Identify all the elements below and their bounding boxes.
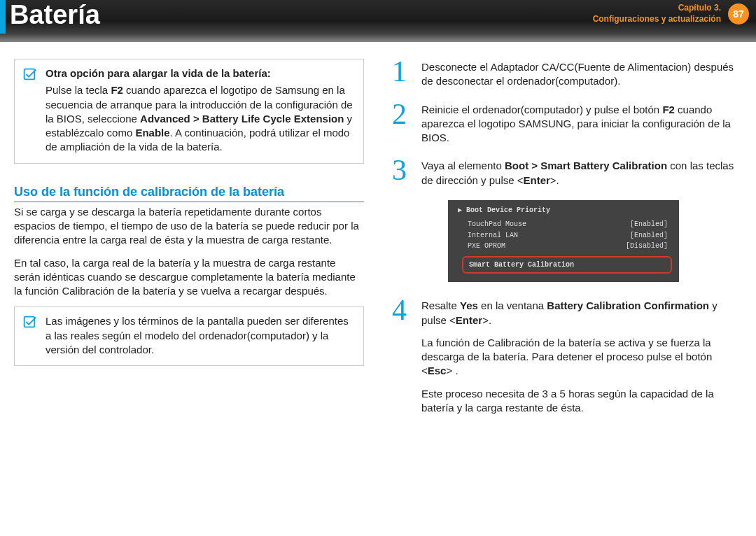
bios-screenshot: ▶ Boot Device Priority TouchPad Mouse [E… [448,200,679,283]
step-number: 2 [392,101,413,146]
page-number-badge: 87 [728,3,749,24]
check-note-icon [22,66,37,82]
step-4: 4 Resalte Yes en la ventana Battery Cali… [392,297,742,423]
step-3: 3 Vaya al elemento Boot > Smart Battery … [392,157,742,188]
check-note-icon [22,314,37,330]
note1-paragraph: Pulse la tecla F2 cuando aparezca el log… [46,83,354,154]
bios-row-pxe: PXE OPROM [Disabled] [448,241,679,252]
chapter-label: Capítulo 3. Configuraciones y actualizac… [593,3,721,24]
step-2-body: Reinicie el ordenador(computador) y puls… [421,101,742,146]
bios-smart-battery-highlight: Smart Battery Calibration [462,256,672,274]
calibration-para-2: En tal caso, la carga real de la batería… [14,256,364,299]
section-heading-calibration: Uso de la función de calibración de la b… [14,183,364,202]
svg-rect-1 [24,317,35,327]
note1-title: Otra opción para alargar la vida de la b… [46,66,354,80]
accent-tab [0,0,6,34]
step-number: 3 [392,157,413,188]
left-column: Otra opción para alargar la vida de la b… [14,59,364,436]
step-3-body: Vaya al elemento Boot > Smart Battery Ca… [421,157,742,188]
step-2: 2 Reinicie el ordenador(computador) y pu… [392,101,742,146]
bios-row-lan: Internal LAN [Enabled] [448,230,679,241]
svg-rect-0 [24,69,35,80]
step-1-body: Desconecte el Adaptador CA/CC(Fuente de … [421,59,742,89]
bios-row-touchpad: TouchPad Mouse [Enabled] [448,219,679,230]
step-1: 1 Desconecte el Adaptador CA/CC(Fuente d… [392,59,742,89]
step-number: 4 [392,297,413,423]
chapter-line1: Capítulo 3. [593,3,721,14]
step-4-body: Resalte Yes en la ventana Battery Calibr… [421,297,742,423]
calibration-para-1: Si se carga y se descarga la batería rep… [14,205,364,248]
bios-header: ▶ Boot Device Priority [448,204,679,220]
header-right: Capítulo 3. Configuraciones y actualizac… [593,3,749,24]
page-title: Batería [10,0,100,30]
note-extend-battery: Otra opción para alargar la vida de la b… [14,59,364,164]
right-column: 1 Desconecte el Adaptador CA/CC(Fuente d… [392,59,742,436]
note2-text: Las imágenes y los términos de la pantal… [46,314,354,357]
chapter-line2: Configuraciones y actualización [593,14,721,25]
page-header: Batería Capítulo 3. Configuraciones y ac… [0,0,756,42]
page-body: Otra opción para alargar la vida de la b… [0,42,756,450]
step-number: 1 [392,59,413,89]
note-images-may-differ: Las imágenes y los términos de la pantal… [14,306,364,366]
